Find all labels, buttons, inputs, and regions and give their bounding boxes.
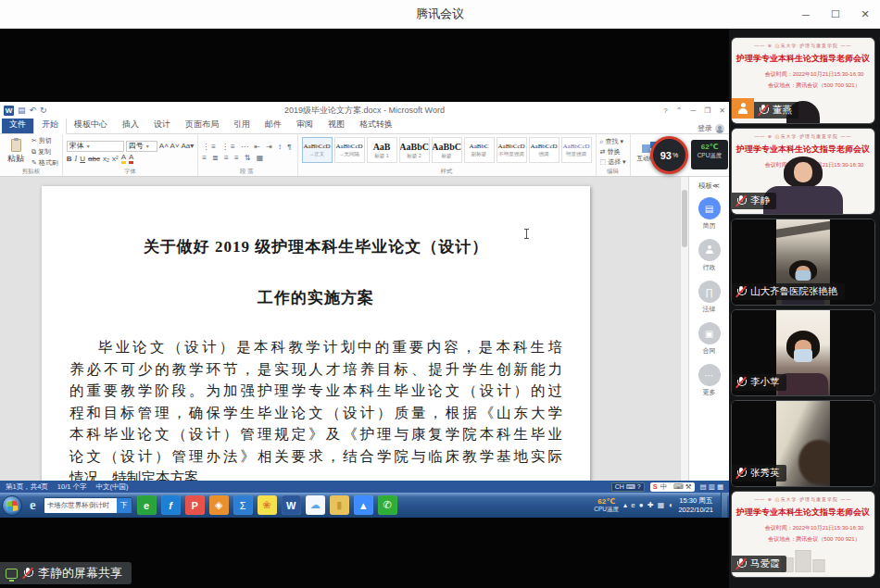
docs-app-icon[interactable]: ▲ — [354, 495, 373, 515]
member-badge-icon — [732, 98, 754, 119]
search-go-button[interactable]: 下 — [117, 498, 132, 513]
tab-file[interactable]: 文件 — [2, 117, 33, 133]
participant-name-chip: 张秀英 — [732, 465, 786, 482]
vertical-scrollbar[interactable] — [680, 177, 688, 481]
style-intense-emphasis[interactable]: AaBbCcD 明显强调 — [561, 137, 592, 163]
tab-mailings[interactable]: 邮件 — [258, 117, 289, 133]
paragraph-row1[interactable]: ⋮≡ ⋮≡ ⋯ ⇤ ⇥ ↕ ¶ — [202, 143, 293, 151]
word-restore-icon[interactable]: ❐ — [704, 106, 710, 115]
language-bar[interactable]: CH ⌨ ? — [611, 482, 645, 492]
tab-format-convert[interactable]: 格式转换 — [352, 117, 400, 133]
face-mask — [796, 270, 811, 281]
copy-button[interactable]: ⧉ 复制 — [31, 147, 58, 156]
style-subtle-emphasis[interactable]: AaBbCcD 不明显强调 — [497, 137, 527, 163]
muted-mic-icon — [758, 104, 769, 117]
cut-button[interactable]: ✂ 剪切 — [31, 136, 58, 145]
language-indicator[interactable]: 中文(中国) — [96, 482, 129, 492]
underline-button[interactable]: U — [80, 155, 85, 163]
body-line: 本科毕业论文（设计）管理规定》及《护理与康复学院本科生毕业 — [69, 423, 562, 445]
style-heading2[interactable]: AaBbC 标题 2 — [399, 137, 430, 163]
tab-references[interactable]: 引用 — [226, 117, 258, 133]
word-titlebar: W ▤ ↶ ↻ 2019级毕业论文方案.docx - Microsoft Wor… — [0, 102, 729, 119]
find-button[interactable]: ⌕ 查找 ▾ — [600, 137, 626, 146]
paste-button[interactable]: 粘贴 — [4, 136, 28, 168]
tab-template-center[interactable]: 模板中心 — [67, 117, 115, 133]
flash-app-icon[interactable]: f — [161, 495, 181, 515]
show-desktop-button[interactable] — [721, 493, 727, 518]
panel-item-admin[interactable]: 行政 — [698, 239, 721, 272]
replace-button[interactable]: ⇄ 替换 — [600, 147, 626, 156]
font-size-select[interactable]: 四号▾ — [126, 141, 157, 152]
ime-toolbar[interactable]: S 中 ˙ ⌨ ⚒ — [650, 482, 695, 492]
help-icon[interactable]: ? — [663, 106, 667, 115]
tab-review[interactable]: 审阅 — [289, 117, 321, 133]
pdf-app-icon[interactable]: P — [185, 495, 205, 515]
document-page[interactable]: 关于做好 2019 级护理本科生毕业论文（设计） 工作的实施方案 毕业论文（设计… — [42, 186, 590, 481]
participant-name-chip: 马爱霞 — [732, 556, 786, 572]
paragraph-row2[interactable]: ≡ ≣ ≡ ≡ ⇅ ▦ — [202, 154, 293, 162]
word-doc-title: 2019级毕业论文方案.docx - Microsoft Word — [0, 105, 729, 117]
document-canvas[interactable]: 关于做好 2019 级护理本科生毕业论文（设计） 工作的实施方案 毕业论文（设计… — [0, 177, 680, 481]
translator-app-icon[interactable]: Σ — [233, 495, 253, 515]
style-no-spacing[interactable]: AaBbCcD →无间隔 — [334, 137, 365, 163]
panel-item-resume[interactable]: ▤ 简历 — [698, 197, 721, 231]
taskbar-clock[interactable]: 15:30 周五 2022/10/21 — [678, 496, 716, 514]
ie-icon[interactable]: e — [27, 497, 39, 513]
ribbon-options-icon[interactable]: ⌃ — [676, 106, 683, 115]
browser-360-icon[interactable]: e — [137, 495, 157, 515]
page-indicator[interactable]: 第1页，共4页 — [6, 482, 48, 492]
participant-tile-dongyan[interactable]: —— ⊛ 山东大学·护理与康复学院 —— 护理学专业本科生论文指导老师会议 会议… — [731, 37, 875, 124]
font-grow-shrink[interactable]: A˄ A˅ Aa▾ — [159, 141, 194, 152]
panel-item-law[interactable]: ∏ 法律 — [698, 281, 721, 314]
select-button[interactable]: ⬚ 选择 ▾ — [600, 157, 626, 167]
tab-view[interactable]: 视图 — [321, 117, 352, 133]
participant-tile-zhangxiuying[interactable]: 张秀英 — [731, 400, 875, 487]
panel-collapse[interactable]: 模板≪ — [698, 177, 720, 197]
word-minimize-icon[interactable]: ─ — [690, 106, 696, 115]
orange-app-icon[interactable]: ◈ — [209, 495, 229, 515]
memory-usage-ball[interactable]: 93% — [650, 136, 688, 174]
close-icon[interactable]: ✕ — [850, 0, 880, 29]
font-color-button[interactable]: A — [129, 154, 133, 164]
style-heading1[interactable]: AaB 标题 1 — [367, 137, 397, 163]
photos-app-icon[interactable]: ❀ — [258, 495, 277, 515]
tab-insert[interactable]: 插入 — [115, 117, 146, 133]
participant-tile-lixiaoping[interactable]: 李小苹 — [731, 309, 875, 396]
superscript-button[interactable]: x² — [112, 155, 119, 163]
style-normal[interactable]: AaBbCcD →正文 — [302, 137, 333, 163]
participant-tile-zhangyanyan[interactable]: 山大齐鲁医院张艳艳 — [731, 219, 875, 306]
font-name-select[interactable]: 宋体▾ — [67, 141, 124, 152]
participant-tile-maaixia[interactable]: —— ⊛ 山东大学·护理与康复学院 —— 护理学专业本科生论文指导老师会议 会议… — [731, 491, 875, 578]
style-title[interactable]: AaBbC 标题 — [432, 137, 462, 163]
word-taskbar-icon[interactable]: W — [282, 495, 301, 515]
subscript-button[interactable]: x₂ — [103, 155, 109, 163]
tab-home[interactable]: 开始 — [33, 116, 67, 134]
participant-tile-lijing[interactable]: —— ⊛ 山东大学·护理与康复学院 —— 护理学专业本科生论文指导老师会议 会议… — [731, 128, 875, 215]
maximize-icon[interactable]: ☐ — [821, 0, 850, 29]
view-buttons[interactable]: ▤ ▥ ▦ — [700, 482, 723, 491]
panel-item-contract[interactable]: ▣ 合同 — [698, 322, 721, 356]
style-emphasis[interactable]: AaBbCcD 强调 — [529, 137, 559, 163]
highlight-button[interactable]: A — [121, 154, 126, 164]
format-painter-button[interactable]: ✎ 格式刷 — [31, 158, 58, 168]
wechat-icon[interactable]: ✆ — [378, 495, 397, 515]
start-button[interactable] — [2, 495, 22, 516]
scrollbar-thumb[interactable] — [682, 190, 687, 247]
document-area: 关于做好 2019 级护理本科生毕业论文（设计） 工作的实施方案 毕业论文（设计… — [0, 177, 729, 481]
login-button[interactable]: 登录 — [698, 123, 727, 133]
tab-layout[interactable]: 页面布局 — [178, 117, 226, 133]
minimize-icon[interactable]: ─ — [791, 0, 821, 29]
search-input[interactable] — [44, 498, 117, 513]
tab-design[interactable]: 设计 — [146, 117, 178, 133]
strikethrough-button[interactable]: abc — [88, 155, 100, 163]
participant-name-chip: 董燕 — [754, 102, 798, 119]
style-subtitle[interactable]: AaBbC 副标题 — [464, 137, 495, 163]
cloud-app-icon[interactable]: ☁ — [306, 495, 325, 515]
word-close-icon[interactable]: ✕ — [719, 106, 725, 115]
bold-button[interactable]: B — [67, 155, 72, 163]
tray-icons[interactable]: ▴ e ● ✚ ▦ ◖ — [623, 501, 674, 509]
panel-item-more[interactable]: ⋯ 更多 — [698, 364, 721, 397]
italic-button[interactable]: I — [75, 155, 78, 163]
folder-icon[interactable]: ▮ — [330, 495, 349, 515]
word-count[interactable]: 10/1 个字 — [57, 482, 87, 492]
